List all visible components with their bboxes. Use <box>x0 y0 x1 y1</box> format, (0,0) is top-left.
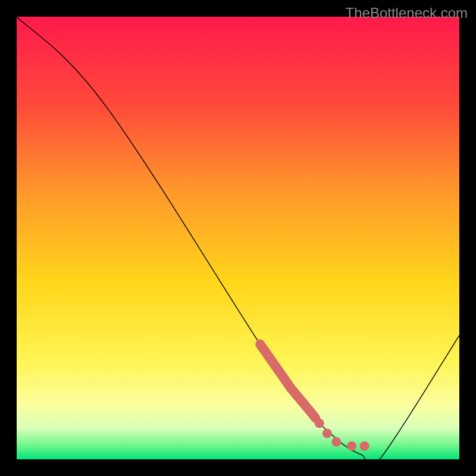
chart-svg <box>17 17 459 459</box>
dotted-dot <box>331 437 341 447</box>
watermark-text: TheBottleneck.com <box>346 5 468 21</box>
plot-area <box>17 17 459 459</box>
dotted-dot <box>315 418 324 428</box>
dotted-dot <box>322 428 332 438</box>
chart-background <box>17 17 459 459</box>
dotted-dot <box>359 441 369 451</box>
dotted-dot <box>347 441 356 451</box>
